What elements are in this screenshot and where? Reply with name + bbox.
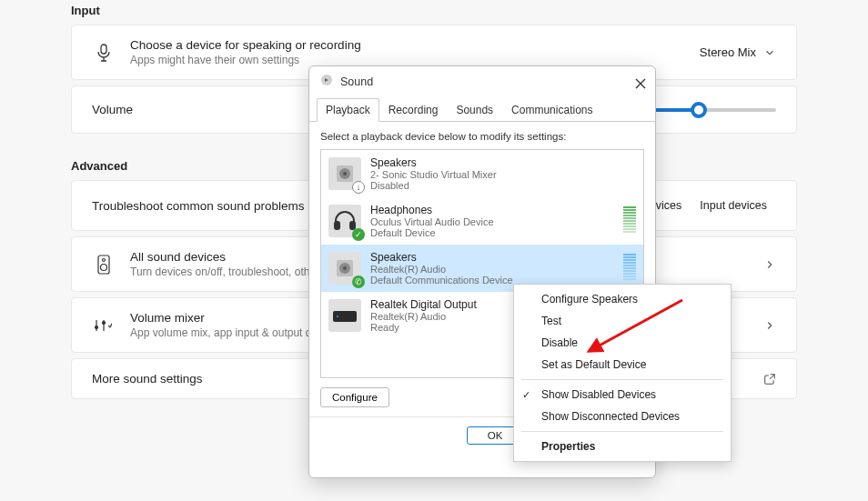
svg-rect-17 — [333, 311, 357, 322]
configure-button[interactable]: Configure — [320, 387, 389, 407]
device-row[interactable]: ↓ Speakers 2- Sonic Studio Virtual Mixer… — [321, 150, 643, 197]
context-item[interactable]: Show Disabled Devices✓ — [514, 384, 731, 406]
context-menu: Configure SpeakersTestDisableSet as Defa… — [513, 284, 732, 462]
device-status: Disabled — [370, 180, 497, 191]
dialog-hint: Select a playback device below to modify… — [320, 131, 644, 142]
input-section-title: Input — [71, 4, 797, 17]
speaker-icon: ✆ — [328, 252, 361, 285]
svg-point-11 — [343, 172, 347, 175]
svg-point-3 — [101, 264, 107, 270]
chevron-down-icon — [763, 46, 776, 59]
mixer-icon — [92, 318, 116, 333]
tab-playback[interactable]: Playback — [317, 98, 379, 122]
input-devices-button[interactable]: Input devices — [691, 194, 776, 217]
device-name: Speakers — [370, 156, 497, 169]
svg-rect-0 — [101, 45, 106, 54]
svg-point-18 — [337, 316, 338, 317]
svg-rect-13 — [350, 222, 355, 229]
troubleshoot-title: Troubleshoot common sound problems — [92, 199, 305, 213]
context-item[interactable]: Set as Default Device — [514, 354, 731, 376]
svg-rect-12 — [335, 222, 339, 229]
speaker-icon: ↓ — [328, 157, 361, 190]
device-sub: Realtek(R) Audio — [370, 311, 477, 322]
device-sub: 2- Sonic Studio Virtual Mixer — [370, 169, 497, 180]
context-separator — [521, 431, 723, 432]
device-sub: Oculus Virtual Audio Device — [370, 216, 494, 227]
popout-icon — [763, 373, 776, 386]
context-item[interactable]: Show Disconnected Devices — [514, 406, 731, 427]
level-meter-icon — [623, 254, 636, 280]
dialog-titlebar[interactable]: Sound — [309, 66, 655, 94]
device-status: Default Communications Device — [370, 275, 513, 286]
optical-icon — [328, 299, 361, 332]
input-device-sub: Apps might have their own settings — [130, 54, 361, 66]
chevron-right-icon — [763, 319, 776, 332]
device-status: Ready — [370, 322, 477, 333]
context-item[interactable]: Disable — [514, 332, 731, 354]
check-icon: ✓ — [522, 389, 530, 401]
volume-label: Volume — [92, 103, 133, 116]
more-settings-title: More sound settings — [92, 372, 203, 386]
device-row[interactable]: ✓ Headphones Oculus Virtual Audio Device… — [321, 197, 643, 245]
sound-app-icon — [320, 74, 333, 90]
device-name: Realtek Digital Output — [370, 298, 477, 311]
level-meter-icon — [623, 206, 636, 233]
device-name: Headphones — [370, 204, 494, 216]
tab-recording[interactable]: Recording — [379, 98, 448, 122]
context-item[interactable]: Test — [514, 310, 731, 332]
microphone-icon — [92, 44, 116, 62]
chevron-right-icon — [763, 258, 776, 271]
input-device-title: Choose a device for speaking or recordin… — [130, 38, 361, 52]
dialog-tabs: Playback Recording Sounds Communications — [309, 97, 655, 122]
speaker-device-icon — [92, 255, 116, 275]
close-button[interactable] — [635, 76, 646, 87]
headphones-icon: ✓ — [328, 205, 361, 237]
svg-point-2 — [103, 258, 106, 261]
context-item[interactable]: Properties — [514, 436, 731, 457]
input-device-selected[interactable]: Stereo Mix — [700, 45, 776, 59]
tab-sounds[interactable]: Sounds — [447, 98, 502, 122]
context-item[interactable]: Configure Speakers — [514, 288, 731, 310]
dialog-title: Sound — [340, 75, 373, 88]
device-status: Default Device — [370, 227, 494, 238]
tab-communications[interactable]: Communications — [502, 98, 601, 122]
svg-point-5 — [96, 326, 98, 328]
device-name: Speakers — [370, 251, 513, 264]
device-sub: Realtek(R) Audio — [370, 264, 513, 275]
svg-point-16 — [343, 266, 347, 270]
svg-point-7 — [103, 321, 106, 324]
context-separator — [521, 379, 723, 380]
